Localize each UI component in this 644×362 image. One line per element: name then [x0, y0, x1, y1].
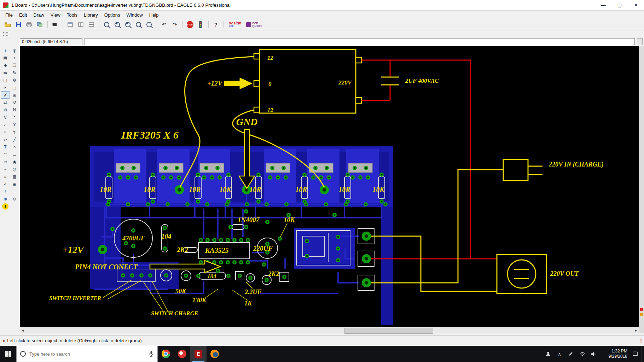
zoom-in-button[interactable]: + [112, 20, 122, 29]
menu-view[interactable]: View [47, 12, 64, 18]
minimize-button[interactable]: — [595, 0, 611, 10]
toolbar-drag-handle-icon[interactable] [3, 32, 9, 36]
smash-tool[interactable]: * [10, 113, 19, 121]
undo-button[interactable]: ↶ [159, 20, 169, 29]
group-tool[interactable]: ▢ [1, 76, 10, 84]
open-button[interactable] [3, 20, 13, 29]
plus12v-arrow[interactable] [224, 78, 252, 89]
cut-tool[interactable]: ✂ [1, 84, 10, 91]
replace-tool[interactable]: ↺ [10, 99, 19, 106]
menu-window[interactable]: Window [123, 12, 146, 18]
menu-draw[interactable]: Draw [30, 12, 47, 18]
scroll-right-arrow[interactable]: ► [633, 327, 639, 333]
close-button[interactable]: ✕ [628, 0, 644, 10]
cam-processor-button[interactable] [35, 20, 45, 29]
rect-tool[interactable]: ▭ [10, 151, 19, 158]
ratsnest-tool[interactable]: # [1, 173, 10, 180]
cap-400vac-plates[interactable] [381, 77, 399, 85]
value-tool[interactable]: V [1, 113, 10, 121]
show-desktop-button[interactable] [642, 346, 644, 362]
output-connectors[interactable] [358, 228, 374, 291]
save-button[interactable] [13, 20, 23, 29]
scroll-left-arrow[interactable]: ◄ [20, 327, 26, 333]
pinswap-tool[interactable]: ⇄ [1, 99, 10, 106]
rotate-tool[interactable]: ↻ [10, 69, 19, 76]
plus12v-pad[interactable] [98, 245, 107, 254]
help-button[interactable]: ? [211, 20, 221, 29]
horizontal-scroll-thumb[interactable] [344, 328, 433, 334]
transformer-pin-top[interactable] [254, 53, 260, 59]
tile-window-1-button[interactable] [65, 20, 75, 29]
start-button[interactable] [0, 346, 16, 362]
zoom-fit-button[interactable] [101, 20, 111, 29]
wire-tool[interactable]: ╱ [10, 136, 19, 143]
arc-tool[interactable]: ◠ [1, 151, 10, 158]
plug-220v-in[interactable] [503, 159, 528, 181]
zoom-select-button[interactable] [144, 20, 154, 29]
via-tool[interactable]: ◉ [10, 158, 19, 165]
menu-edit[interactable]: Edit [16, 12, 30, 18]
add-tool[interactable]: ⊞ [10, 91, 19, 99]
stop-button[interactable]: STOP [185, 20, 195, 29]
auto-tool[interactable]: ▦ [10, 173, 19, 180]
taskbar-app-red-swirl[interactable] [174, 346, 190, 362]
command-history-button[interactable] [637, 38, 643, 45]
circle-tool[interactable]: ○ [10, 143, 19, 151]
board-canvas[interactable]: 10R 10R 10R 10K 10R 10R 10R 10K + [20, 46, 639, 327]
warning-tool[interactable]: ! [2, 203, 8, 210]
zoom-out-button[interactable]: − [123, 20, 133, 29]
zoom-out-tool[interactable]: ⊖ [10, 195, 19, 203]
microphone-icon[interactable] [149, 351, 154, 357]
action-center-icon[interactable] [630, 346, 640, 362]
transformer-symbol[interactable]: 12 0 12 220V [254, 49, 361, 113]
show-tool[interactable]: ◎ [10, 47, 19, 54]
optimize-tool[interactable]: ≈ [1, 128, 10, 136]
text-tool[interactable]: T [1, 143, 10, 151]
delete-tool[interactable]: ✗ [1, 91, 10, 99]
vertical-scrollbar[interactable] [639, 46, 644, 333]
tile-window-2-button[interactable] [76, 20, 86, 29]
taskbar-search[interactable] [16, 346, 158, 362]
split-tool[interactable]: Y [10, 121, 19, 128]
tray-chevron-icon[interactable]: ∧ [555, 346, 564, 362]
menu-options[interactable]: Options [101, 12, 123, 18]
route-tool[interactable]: ↯ [10, 128, 19, 136]
transformer-pin-bot[interactable] [254, 107, 260, 113]
hole-tool[interactable]: ◎ [10, 165, 19, 173]
copy-tool[interactable]: ❐ [10, 62, 19, 69]
signal-tool[interactable]: ~ [1, 165, 10, 173]
taskbar-app-firefox[interactable] [207, 346, 223, 362]
mark-tool[interactable]: + [10, 54, 19, 62]
taskbar-clock[interactable]: 1:32 PM 9/29/2018 [600, 349, 629, 359]
transformer-pin-mid[interactable] [254, 81, 260, 86]
command-input[interactable] [85, 38, 635, 45]
horizontal-scrollbar[interactable]: ◄ ► [20, 327, 639, 333]
name-tool[interactable]: N [10, 106, 19, 113]
pen-icon[interactable] [566, 346, 576, 362]
change-tool[interactable]: ⚙ [10, 76, 19, 84]
display-tool[interactable]: ▤ [1, 54, 10, 62]
paste-tool[interactable]: ❏ [10, 84, 19, 91]
taskbar-app-chrome[interactable] [158, 346, 174, 362]
redo-button[interactable]: ↷ [170, 20, 180, 29]
wifi-icon[interactable] [577, 346, 587, 362]
move-tool[interactable]: ✚ [1, 62, 10, 69]
polygon-tool[interactable]: ▱ [1, 158, 10, 165]
people-icon[interactable] [543, 346, 553, 362]
ripup-tool[interactable]: ↩ [1, 136, 10, 143]
socket-220v-out[interactable] [497, 255, 546, 293]
maximize-button[interactable]: ▢ [611, 0, 628, 10]
menu-tools[interactable]: Tools [64, 12, 81, 18]
traffic-light-button[interactable] [196, 20, 205, 29]
erc-tool[interactable]: ✓ [1, 180, 10, 188]
pcb-quote-logo[interactable]: PCBQUOTE [246, 22, 262, 28]
mirror-tool[interactable]: ⇋ [1, 69, 10, 76]
zoom-redraw-button[interactable] [133, 20, 143, 29]
design-link-logo[interactable]: design link [229, 22, 241, 28]
wire-pad-left[interactable] [175, 185, 184, 194]
menu-library[interactable]: Library [81, 12, 101, 18]
lock-tool[interactable]: ⊘ [1, 106, 10, 113]
speaker-icon[interactable] [588, 346, 598, 362]
tile-window-3-button[interactable] [86, 20, 96, 29]
zoom-in-tool[interactable]: ⊕ [1, 195, 10, 203]
